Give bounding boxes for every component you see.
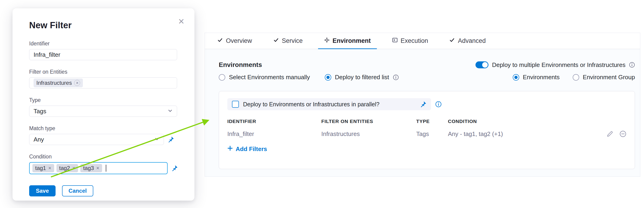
tab-label: Advanced: [458, 37, 486, 44]
filter-on-entities-field-group: Filter on Entities Infrastructures ×: [29, 69, 178, 88]
match-type-value: Any: [34, 136, 44, 143]
identifier-input[interactable]: [29, 49, 177, 60]
condition-input[interactable]: tag1 × tag2 × tag3 ×: [29, 162, 168, 174]
identifier-field-group: Identifier: [29, 40, 178, 60]
radio-circle: [573, 74, 579, 80]
condition-field-group: Condition tag1 × tag2 × tag3 ×: [29, 154, 178, 174]
check-icon: [274, 37, 279, 44]
remove-chip-icon[interactable]: ×: [72, 166, 75, 171]
radio-circle: [219, 74, 225, 80]
tab-advanced[interactable]: Advanced: [443, 33, 492, 49]
parallel-option-bar: Deploy to Environments or Infrastructure…: [227, 98, 431, 110]
chevron-down-icon: [154, 136, 160, 143]
cell-condition: Any - tag1, tag2 (+1): [448, 130, 597, 138]
type-value: Tags: [34, 108, 46, 115]
cell-filter-on-entities: Infrastructures: [321, 130, 416, 138]
column-header-condition: CONDITION: [448, 118, 597, 124]
edit-pencil-icon[interactable]: [606, 130, 614, 137]
modal-actions: Save Cancel: [29, 185, 178, 196]
filter-on-entities-input[interactable]: Infrastructures ×: [29, 77, 177, 88]
condition-chip-label: tag1: [35, 166, 46, 171]
condition-label: Condition: [29, 154, 178, 160]
match-type-label: Match type: [29, 125, 178, 132]
pin-icon[interactable]: [420, 101, 426, 108]
radio-circle: [513, 74, 519, 80]
tab-label: Environment: [333, 37, 371, 44]
multi-env-toggle[interactable]: [476, 62, 488, 68]
plus-icon: [227, 146, 233, 153]
tab-service[interactable]: Service: [267, 33, 309, 49]
match-type-select[interactable]: Any: [29, 134, 164, 145]
environments-heading: Environments: [219, 61, 262, 68]
tab-label: Overview: [226, 37, 252, 44]
filter-on-entities-label: Filter on Entities: [29, 69, 178, 75]
multi-env-toggle-group: Deploy to multiple Environments or Infra…: [476, 62, 635, 68]
column-header-filter-on-entities: FILTER ON ENTITIES: [321, 118, 416, 124]
new-filter-modal: × New Filter Identifier Filter on Entiti…: [12, 8, 194, 200]
type-label: Type: [29, 97, 178, 103]
match-type-field-group: Match type Any: [29, 125, 178, 145]
filters-table-header: IDENTIFIER FILTER ON ENTITIES TYPE CONDI…: [227, 116, 626, 126]
info-icon[interactable]: [393, 74, 399, 80]
tab-label: Service: [282, 37, 303, 44]
identifier-label: Identifier: [29, 40, 178, 47]
modal-title: New Filter: [29, 20, 178, 30]
chevron-down-icon: [168, 108, 173, 115]
env-scope-radios: Environments Environment Group: [513, 74, 635, 81]
type-select[interactable]: Tags: [29, 106, 177, 117]
radio-environments[interactable]: Environments: [513, 74, 560, 81]
condition-chip-label: tag2: [59, 166, 70, 171]
pin-icon[interactable]: [171, 165, 178, 172]
remove-chip-icon[interactable]: ×: [74, 80, 80, 86]
filters-card: Deploy to Environments or Infrastructure…: [219, 91, 635, 169]
toggle-knob: [482, 62, 488, 68]
type-field-group: Type Tags: [29, 97, 178, 117]
tab-execution[interactable]: Execution: [386, 33, 434, 49]
entity-chip: Infrastructures ×: [34, 78, 83, 87]
parallel-checkbox-label: Deploy to Environments or Infrastructure…: [243, 101, 416, 108]
radio-circle: [325, 74, 331, 80]
screen: × New Filter Identifier Filter on Entiti…: [0, 0, 644, 208]
condition-chip: tag3 ×: [80, 164, 102, 172]
text-cursor: [106, 165, 106, 172]
tab-overview[interactable]: Overview: [211, 33, 258, 49]
radio-environment-group[interactable]: Environment Group: [573, 74, 635, 81]
table-row: Infra_filter Infrastructures Tags Any - …: [227, 126, 626, 141]
column-header-identifier: IDENTIFIER: [227, 118, 321, 124]
deploy-mode-radios: Select Environments manually Deploy to f…: [219, 74, 399, 81]
pin-icon[interactable]: [168, 136, 174, 143]
check-icon: [449, 37, 455, 44]
entity-chip-label: Infrastructures: [36, 80, 72, 86]
parallel-checkbox[interactable]: [232, 101, 239, 108]
tab-environment[interactable]: Environment: [318, 33, 377, 49]
radio-label: Environment Group: [583, 74, 635, 81]
cell-identifier: Infra_filter: [227, 130, 321, 138]
radio-deploy-to-filtered-list[interactable]: Deploy to filtered list: [325, 74, 399, 81]
remove-chip-icon[interactable]: ×: [96, 166, 99, 171]
tab-label: Execution: [401, 37, 428, 44]
stage-config-panel: Overview Service Environment Execution: [205, 33, 640, 177]
save-button[interactable]: Save: [29, 185, 56, 196]
close-icon[interactable]: ×: [178, 16, 184, 26]
radio-label: Environments: [523, 74, 560, 81]
stage-tabs: Overview Service Environment Execution: [205, 33, 640, 49]
radio-select-environments-manually[interactable]: Select Environments manually: [219, 74, 310, 81]
execution-icon: [392, 37, 398, 44]
column-header-type: TYPE: [416, 118, 448, 124]
add-filters-label: Add Filters: [236, 146, 267, 153]
radio-label: Deploy to filtered list: [335, 74, 389, 81]
check-icon: [217, 37, 223, 44]
environment-icon: [324, 37, 330, 44]
cancel-button[interactable]: Cancel: [62, 185, 93, 196]
info-icon[interactable]: [435, 101, 442, 108]
radio-label: Select Environments manually: [229, 74, 310, 81]
remove-row-icon[interactable]: [620, 130, 626, 137]
remove-chip-icon[interactable]: ×: [48, 166, 52, 171]
condition-chip: tag1 ×: [32, 164, 54, 172]
multi-env-toggle-label: Deploy to multiple Environments or Infra…: [492, 62, 626, 68]
info-icon[interactable]: [629, 62, 635, 68]
condition-chip-label: tag3: [83, 166, 94, 171]
condition-chip: tag2 ×: [56, 164, 78, 172]
add-filters-button[interactable]: Add Filters: [227, 146, 267, 153]
environment-tab-content: Environments Deploy to multiple Environm…: [205, 49, 640, 176]
